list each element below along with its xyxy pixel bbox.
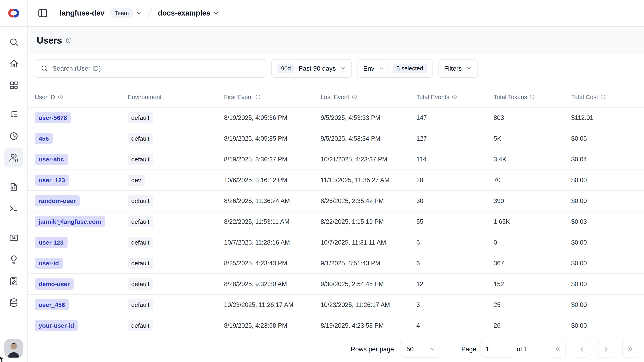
brand-logo [0,0,28,26]
user-avatar[interactable] [4,339,23,357]
table-row[interactable]: user-5678 default 8/19/2025, 4:05:36 PM … [28,108,644,128]
user-id-cell: user_123 [35,175,128,186]
environment-filter-button[interactable]: Env 5 selected [357,59,433,78]
environment-selected-badge: 5 selected [393,64,427,73]
total-tokens-cell: 803 [494,114,571,122]
total-events-cell: 4 [416,322,494,329]
total-cost-cell: $0.04 [571,156,644,163]
info-icon[interactable] [352,94,357,100]
column-header-total-cost[interactable]: Total Cost [571,94,644,101]
column-header-environment[interactable]: Environment [128,94,224,101]
total-events-cell: 6 [416,260,494,267]
first-page-button[interactable] [550,341,566,357]
first-event-cell: 10/7/2025, 11:28:16 AM [224,239,320,246]
user-id-badge[interactable]: user-abc [35,154,68,165]
list-tree-icon [9,110,18,119]
total-tokens-cell: 0 [494,239,571,246]
table-row[interactable]: your-user-id default 8/19/2025, 4:23:58 … [28,315,644,336]
table-row[interactable]: user-abc default 8/19/2025, 3:36:27 PM 1… [28,149,644,170]
user-id-cell: demo-user [35,278,128,290]
environment-badge: default [128,237,153,248]
chevron-down-icon [213,10,219,16]
panel-left-icon [38,8,48,18]
table-row[interactable]: jannik@langfuse.com default 8/22/2025, 1… [28,211,644,232]
sidebar-item-datasets[interactable] [4,293,24,312]
user-id-badge[interactable]: user-id [35,258,63,269]
app-root: langfuse-dev Team docs-examples [0,0,644,362]
table-row[interactable]: random-user default 8/26/2025, 11:36:24 … [28,191,644,211]
info-icon[interactable] [255,94,261,100]
total-events-cell: 55 [416,218,494,225]
sidebar-item-tracing[interactable] [4,105,24,124]
database-icon [9,298,18,307]
terminal-icon [9,204,18,213]
user-id-cell: user-abc [35,154,128,165]
user-id-badge[interactable]: user-5678 [35,112,71,124]
sidebar-item-annotation[interactable] [4,271,24,290]
column-header-first-event[interactable]: First Event [224,94,320,101]
chevrons-left-icon [554,346,561,352]
column-header-last-event[interactable]: Last Event [320,94,416,101]
bottom-row: Users 90d Past 90 days [0,27,644,362]
chevron-down-icon [340,65,346,72]
table-row[interactable]: user_456 default 10/23/2025, 11:26:17 AM… [28,295,644,315]
last-event-cell: 9/1/2025, 3:51:43 PM [320,260,416,267]
column-header-user-id[interactable]: User ID [35,94,128,101]
user-id-cell: your-user-id [35,320,128,331]
environment-badge: default [128,195,153,207]
column-header-total-tokens[interactable]: Total Tokens [494,94,571,101]
lightbulb-icon [9,255,18,264]
date-range-button[interactable]: 90d Past 90 days [272,59,352,78]
user-id-badge[interactable]: user-123 [35,237,68,248]
sidebar-toggle-button[interactable] [36,7,49,20]
table-row[interactable]: user_123 dev 10/6/2025, 3:16:12 PM 11/13… [28,170,644,191]
sidebar-item-scores[interactable] [4,228,24,247]
page-info-icon[interactable] [66,37,72,44]
sidebar-item-prompts[interactable] [4,177,24,197]
sidebar-item-dashboards[interactable] [4,76,24,95]
info-icon[interactable] [452,94,457,100]
filters-button[interactable]: Filters [438,59,478,78]
table-row[interactable]: 456 default 8/19/2025, 4:05:35 PM 9/5/20… [28,128,644,149]
divider [388,63,389,74]
next-page-button[interactable] [598,341,614,357]
environment-cell: default [128,258,224,269]
last-event-cell: 9/30/2025, 2:54:48 PM [320,280,416,288]
page-number-input[interactable] [480,341,512,357]
user-id-badge[interactable]: user_123 [35,175,69,186]
previous-page-button[interactable] [574,341,590,357]
sidebar-item-sessions[interactable] [4,126,24,146]
table-row[interactable]: user-id default 8/25/2025, 4:23:43 PM 9/… [28,253,644,274]
organization-selector[interactable]: langfuse-dev Team [60,8,142,18]
environment-cell: dev [128,175,224,186]
user-id-badge[interactable]: jannik@langfuse.com [35,216,105,227]
info-icon[interactable] [600,94,606,100]
rows-per-page-select[interactable]: 50 [400,341,440,357]
project-selector[interactable]: docs-examples [158,9,219,17]
user-id-badge[interactable]: random-user [35,195,80,207]
sidebar-item-llm-as-a-judge[interactable] [4,250,24,269]
sidebar-item-search[interactable] [4,32,24,52]
user-id-badge[interactable]: 456 [35,133,53,144]
user-id-badge[interactable]: demo-user [35,278,74,290]
sidebar-item-home[interactable] [4,54,24,73]
total-tokens-cell: 70 [494,177,571,184]
first-event-cell: 8/25/2025, 4:23:43 PM [224,260,320,267]
sidebar-item-playground[interactable] [4,199,24,218]
info-icon[interactable] [530,94,535,100]
last-page-button[interactable] [622,341,638,357]
table-row[interactable]: user-123 default 10/7/2025, 11:28:16 AM … [28,232,644,253]
info-icon[interactable] [58,94,63,100]
environment-label: Env [363,65,374,72]
user-id-badge[interactable]: your-user-id [35,320,78,331]
column-header-total-events[interactable]: Total Events [416,94,494,101]
search-input[interactable] [52,65,260,72]
user-id-badge[interactable]: user_456 [35,299,69,310]
first-event-cell: 10/6/2025, 3:16:12 PM [224,177,320,184]
chevron-down-icon [136,10,142,16]
chevron-right-icon [603,346,609,352]
total-cost-cell: $0.05 [571,135,644,142]
sidebar-item-users[interactable] [4,148,24,167]
table-row[interactable]: demo-user default 8/28/2025, 9:32:30 AM … [28,274,644,295]
last-event-cell: 10/7/2025, 11:31:11 AM [320,239,416,246]
